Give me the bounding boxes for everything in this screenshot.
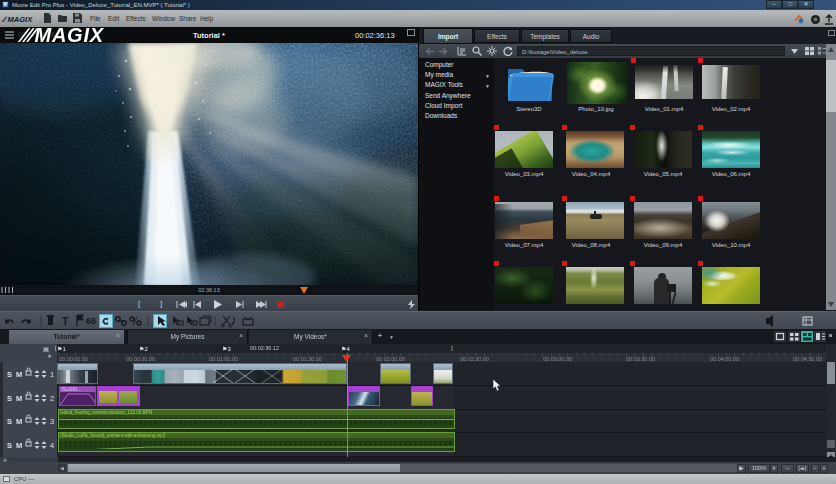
svg-text:4: 4 <box>50 441 54 450</box>
svg-text:M: M <box>16 417 22 426</box>
svg-text:M: M <box>16 394 22 403</box>
svg-text:2: 2 <box>50 394 54 403</box>
svg-text:S: S <box>7 370 12 379</box>
svg-text:S: S <box>7 441 12 450</box>
svg-text:66: 66 <box>86 316 96 326</box>
svg-text:S: S <box>7 394 12 403</box>
svg-text:3: 3 <box>50 417 54 426</box>
svg-text:S: S <box>7 417 12 426</box>
svg-text:M: M <box>16 370 22 379</box>
svg-text:1: 1 <box>50 370 54 379</box>
svg-text:T: T <box>62 315 69 327</box>
svg-text:M: M <box>16 441 22 450</box>
